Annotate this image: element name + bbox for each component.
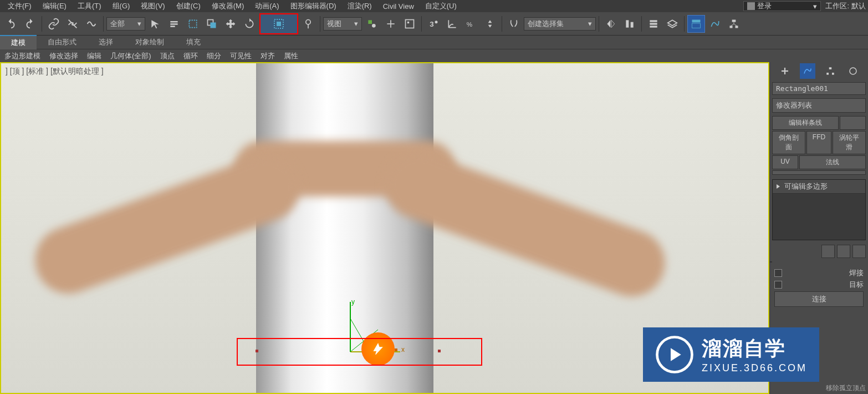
editable-selection-button[interactable] bbox=[505, 15, 523, 33]
workspace-label: 工作区: bbox=[825, 1, 849, 11]
login-dropdown[interactable]: 登录 ▾ bbox=[743, 1, 821, 11]
selection-filter-dropdown[interactable]: 全部▾ bbox=[106, 17, 145, 31]
menu-edit[interactable]: 编辑(E) bbox=[37, 0, 72, 12]
expand-arrow-icon[interactable] bbox=[774, 183, 782, 190]
sub-align[interactable]: 对齐 bbox=[256, 50, 279, 62]
svg-line-31 bbox=[731, 24, 734, 26]
pin-stack-button[interactable] bbox=[821, 245, 835, 258]
snap-3d-button[interactable]: 3 bbox=[425, 15, 442, 33]
menu-render[interactable]: 渲染(R) bbox=[342, 0, 377, 12]
svg-rect-3 bbox=[170, 26, 175, 27]
layer-explorer-button[interactable] bbox=[645, 15, 662, 33]
weld-checkbox[interactable] bbox=[774, 269, 782, 277]
modifier-ext-button[interactable] bbox=[840, 116, 866, 130]
create-panel-icon[interactable] bbox=[777, 63, 793, 79]
select-by-name-button[interactable] bbox=[165, 15, 183, 33]
move-gizmo-handle[interactable] bbox=[361, 332, 395, 366]
vertex-point[interactable] bbox=[395, 348, 397, 351]
hierarchy-panel-icon[interactable] bbox=[823, 63, 838, 79]
modifier-ext2-button[interactable] bbox=[772, 170, 866, 175]
link-button[interactable] bbox=[45, 15, 63, 33]
tab-object-paint[interactable]: 对象绘制 bbox=[124, 36, 175, 49]
menu-group[interactable]: 组(G) bbox=[107, 0, 136, 12]
schematic-view-button[interactable] bbox=[725, 15, 743, 33]
bind-spacewarp-button[interactable] bbox=[83, 15, 100, 33]
menu-animation[interactable]: 动画(A) bbox=[249, 0, 284, 12]
motion-panel-icon[interactable] bbox=[845, 63, 861, 79]
edit-spline-button[interactable]: 编辑样条线 bbox=[772, 116, 839, 130]
stack-toolbar bbox=[770, 243, 868, 260]
normals-button[interactable]: 法线 bbox=[799, 155, 866, 169]
menu-graph[interactable]: 图形编辑器(D) bbox=[285, 0, 342, 12]
stack-item-editable-poly[interactable]: 可编辑多边形 bbox=[773, 180, 865, 194]
chamfer-profile-button[interactable]: 倒角剖面 bbox=[772, 131, 805, 154]
sub-subdivide[interactable]: 细分 bbox=[202, 50, 226, 62]
target-checkbox[interactable] bbox=[774, 281, 782, 289]
rotate-button[interactable] bbox=[241, 15, 258, 33]
sub-edit[interactable]: 编辑 bbox=[83, 50, 106, 62]
viewport-label[interactable]: ] [顶 ] [标准 ] [默认明暗处理 ] bbox=[6, 67, 104, 77]
tab-populate[interactable]: 填充 bbox=[175, 36, 212, 49]
percent-snap-button[interactable]: % bbox=[462, 15, 480, 33]
align-button[interactable] bbox=[621, 15, 639, 33]
vertex-point[interactable] bbox=[256, 350, 258, 352]
pivot-button[interactable] bbox=[363, 15, 381, 33]
svg-text:3: 3 bbox=[430, 20, 433, 28]
undo-button[interactable] bbox=[2, 15, 20, 33]
toggle-layer-button[interactable] bbox=[663, 15, 681, 33]
select-manipulate-button[interactable] bbox=[382, 15, 400, 33]
separator-dashed bbox=[770, 261, 868, 262]
menu-tools[interactable]: 工具(T) bbox=[72, 0, 107, 12]
svg-text:x: x bbox=[401, 346, 405, 353]
mirror-button[interactable] bbox=[602, 15, 620, 33]
placement-button[interactable] bbox=[299, 15, 317, 33]
sub-properties[interactable]: 属性 bbox=[279, 50, 303, 62]
modifier-list-dropdown[interactable]: 修改器列表 bbox=[772, 98, 866, 113]
workspace-selector[interactable]: 工作区: 默认 bbox=[825, 1, 866, 11]
remove-isolated-label[interactable]: 移除孤立顶点 bbox=[826, 383, 866, 393]
make-unique-button[interactable] bbox=[852, 245, 866, 258]
unlink-button[interactable] bbox=[64, 15, 81, 33]
sub-geometry-all[interactable]: 几何体(全部) bbox=[106, 50, 156, 62]
vertex-point[interactable] bbox=[438, 350, 441, 352]
angle-snap-button[interactable] bbox=[443, 15, 461, 33]
menu-civil[interactable]: Civil View bbox=[377, 1, 420, 12]
rectangular-selection-button[interactable] bbox=[184, 15, 202, 33]
scale-button[interactable] bbox=[259, 13, 298, 34]
tab-selection[interactable]: 选择 bbox=[88, 36, 124, 49]
select-object-button[interactable] bbox=[146, 15, 164, 33]
spinner-snap-button[interactable] bbox=[481, 15, 499, 33]
tab-freeform[interactable]: 自由形式 bbox=[37, 36, 88, 49]
svg-text:%: % bbox=[467, 21, 472, 28]
sub-visibility[interactable]: 可见性 bbox=[226, 50, 256, 62]
menu-create[interactable]: 创建(C) bbox=[171, 0, 206, 12]
ribbon-toggle-button[interactable] bbox=[687, 15, 705, 33]
window-crossing-button[interactable] bbox=[203, 15, 221, 33]
menu-customize[interactable]: 自定义(U) bbox=[420, 0, 462, 12]
object-name-field[interactable]: Rectangle001 bbox=[772, 82, 866, 95]
connect-button[interactable]: 连接 bbox=[774, 291, 864, 307]
named-selection-dropdown[interactable]: 创建选择集▾ bbox=[524, 17, 596, 31]
sub-vertex[interactable]: 顶点 bbox=[156, 50, 179, 62]
curve-editor-button[interactable] bbox=[706, 15, 724, 33]
reference-coord-dropdown[interactable]: 视图▾ bbox=[323, 17, 362, 31]
modify-panel-icon[interactable] bbox=[800, 63, 815, 79]
menu-file[interactable]: 文件(F) bbox=[2, 0, 37, 12]
tab-modeling[interactable]: 建模 bbox=[0, 35, 37, 49]
sub-poly-modeling[interactable]: 多边形建模 bbox=[0, 50, 45, 62]
turbo-smooth-button[interactable]: 涡轮平滑 bbox=[833, 131, 866, 154]
modifier-buttons: 编辑样条线 倒角剖面 FFD 涡轮平滑 UV 法线 bbox=[770, 114, 868, 177]
modifier-stack[interactable]: 可编辑多边形 bbox=[772, 179, 866, 240]
uv-button[interactable]: UV bbox=[772, 155, 798, 169]
menu-views[interactable]: 视图(V) bbox=[135, 0, 170, 12]
keyboard-shortcut-button[interactable] bbox=[401, 15, 418, 33]
svg-text:y: y bbox=[351, 298, 355, 306]
show-end-result-button[interactable] bbox=[837, 245, 850, 258]
sub-modify-selection[interactable]: 修改选择 bbox=[45, 50, 83, 62]
menu-modifiers[interactable]: 修改器(M) bbox=[206, 0, 250, 12]
ffd-button[interactable]: FFD bbox=[806, 131, 831, 154]
move-button[interactable] bbox=[222, 15, 239, 33]
main-menubar: 文件(F) 编辑(E) 工具(T) 组(G) 视图(V) 创建(C) 修改器(M… bbox=[0, 0, 868, 12]
sub-loop[interactable]: 循环 bbox=[179, 50, 202, 62]
redo-button[interactable] bbox=[21, 15, 39, 33]
